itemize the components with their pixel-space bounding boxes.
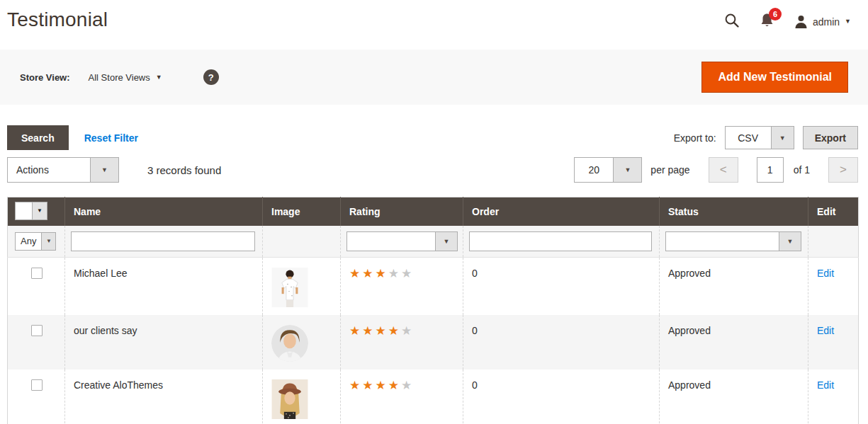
- status-value: Approved: [668, 268, 711, 279]
- rating-cell: ★★★★★: [341, 369, 463, 424]
- testimonials-grid: Name Image Rating Order Status Edit Any: [7, 197, 859, 424]
- image-cell: [263, 258, 341, 316]
- current-page-input[interactable]: [757, 157, 784, 183]
- star-filled-icon: ★: [349, 324, 362, 338]
- admin-user-menu[interactable]: admin ▼: [794, 15, 851, 29]
- status-value: Approved: [668, 325, 711, 336]
- pagination-group: 20 per page < of 1 >: [574, 157, 858, 183]
- per-page-value: 20: [575, 158, 613, 182]
- column-header-rating[interactable]: Rating: [341, 197, 463, 226]
- notification-count-badge: 6: [769, 8, 782, 21]
- star-filled-icon: ★: [362, 379, 375, 392]
- rating-stars: ★★★★★: [349, 379, 414, 392]
- column-header-status[interactable]: Status: [660, 197, 808, 226]
- edit-link[interactable]: Edit: [817, 268, 834, 279]
- star-filled-icon: ★: [362, 324, 375, 338]
- any-filter-value: Any: [16, 233, 41, 250]
- star-filled-icon: ★: [349, 267, 362, 280]
- caret-down-icon[interactable]: [779, 232, 801, 251]
- name-filter-input[interactable]: [71, 231, 255, 251]
- column-header-order[interactable]: Order: [463, 197, 660, 226]
- star-empty-icon: ★: [388, 267, 401, 280]
- prev-page-button[interactable]: <: [709, 157, 738, 183]
- edit-cell: Edit: [808, 369, 859, 424]
- search-export-row: Search Reset Filter Export to: CSV Expor…: [7, 125, 858, 150]
- table-row: Creative AloThemes ★★★★★: [8, 369, 859, 424]
- status-value: Approved: [668, 379, 711, 391]
- status-cell: Approved: [660, 369, 808, 424]
- notifications-bell-icon[interactable]: 6: [760, 13, 774, 30]
- order-cell: 0: [463, 315, 660, 369]
- star-filled-icon: ★: [362, 267, 375, 280]
- store-view-bar: Store View: All Store Views ▼ ? Add New …: [0, 50, 868, 105]
- row-checkbox[interactable]: [31, 268, 43, 279]
- row-checkbox[interactable]: [31, 379, 43, 391]
- star-empty-icon: ★: [401, 324, 414, 338]
- row-select-cell: [8, 369, 65, 424]
- rating-filter-select[interactable]: [346, 231, 458, 251]
- star-filled-icon: ★: [376, 379, 388, 392]
- rating-cell: ★★★★★: [341, 315, 463, 369]
- order-value: 0: [472, 325, 478, 336]
- next-page-button[interactable]: >: [828, 157, 858, 183]
- star-filled-icon: ★: [388, 379, 401, 392]
- select-options-caret-icon[interactable]: [33, 202, 47, 219]
- caret-down-icon[interactable]: [613, 158, 641, 182]
- user-icon: [794, 15, 808, 29]
- order-value: 0: [472, 268, 478, 279]
- order-filter-input[interactable]: [469, 231, 652, 251]
- reset-filter-link[interactable]: Reset Filter: [84, 132, 138, 144]
- search-button[interactable]: Search: [7, 125, 69, 150]
- testimonial-name: our clients say: [74, 325, 137, 336]
- caret-down-icon[interactable]: [41, 233, 55, 250]
- row-checkbox[interactable]: [31, 325, 43, 336]
- export-format-select[interactable]: CSV: [725, 126, 794, 149]
- grid-header-row: Name Image Rating Order Status Edit: [8, 197, 859, 226]
- edit-link[interactable]: Edit: [817, 379, 834, 391]
- header-actions: 6 admin ▼: [724, 13, 851, 30]
- edit-cell: Edit: [808, 315, 859, 369]
- select-all-header: [8, 197, 65, 226]
- per-page-select[interactable]: 20: [574, 157, 642, 183]
- caret-down-icon: ▼: [845, 18, 851, 25]
- row-select-cell: [8, 258, 65, 316]
- column-header-image[interactable]: Image: [263, 197, 341, 226]
- add-new-testimonial-button[interactable]: Add New Testimonial: [701, 62, 848, 93]
- mass-actions-select[interactable]: Actions: [7, 157, 119, 183]
- status-cell: Approved: [660, 258, 808, 316]
- status-filter-select[interactable]: [665, 231, 801, 251]
- caret-down-icon[interactable]: [90, 158, 118, 182]
- filter-name-cell: [65, 226, 263, 258]
- star-filled-icon: ★: [376, 324, 388, 338]
- export-button[interactable]: Export: [803, 126, 858, 149]
- filter-image-cell: [263, 226, 341, 258]
- caret-down-icon[interactable]: [435, 232, 457, 251]
- rating-stars: ★★★★★: [349, 267, 414, 280]
- image-cell: [263, 315, 341, 369]
- filter-rating-cell: [341, 226, 463, 258]
- filter-any-cell: Any: [8, 226, 65, 258]
- page-title: Testimonial: [7, 8, 108, 31]
- column-header-edit[interactable]: Edit: [808, 197, 859, 226]
- export-to-label: Export to:: [674, 132, 716, 144]
- caret-down-icon[interactable]: [771, 127, 794, 149]
- search-icon[interactable]: [724, 13, 740, 30]
- store-view-selected: All Store Views: [89, 72, 150, 83]
- name-cell: Creative AloThemes: [65, 369, 263, 424]
- column-header-name[interactable]: Name: [65, 197, 263, 226]
- help-icon[interactable]: ?: [203, 69, 219, 85]
- star-filled-icon: ★: [349, 379, 362, 392]
- page-header: Testimonial 6 admin ▼: [0, 0, 868, 50]
- order-cell: 0: [463, 369, 660, 424]
- row-select-cell: [8, 315, 65, 369]
- edit-link[interactable]: Edit: [817, 325, 834, 336]
- grid-body: Michael Lee ★★★★★: [8, 258, 859, 424]
- star-filled-icon: ★: [376, 267, 388, 280]
- select-all-checkbox[interactable]: [16, 202, 33, 219]
- image-cell: [263, 369, 341, 424]
- store-view-selector[interactable]: All Store Views ▼: [89, 72, 162, 83]
- testimonial-name: Michael Lee: [74, 268, 128, 279]
- filter-order-cell: [463, 226, 660, 258]
- table-row: Michael Lee ★★★★★: [8, 258, 859, 316]
- any-filter-select[interactable]: Any: [15, 232, 56, 251]
